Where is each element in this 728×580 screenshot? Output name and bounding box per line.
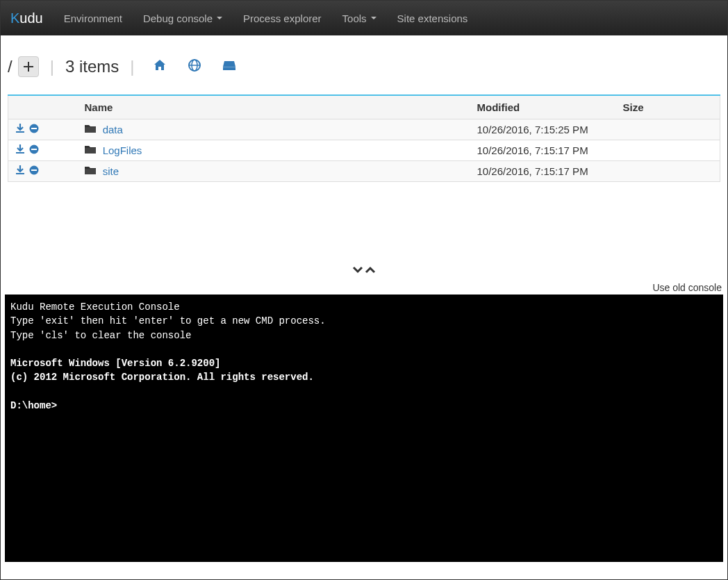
console-line: Kudu Remote Execution Console [10, 301, 180, 313]
table-row: LogFiles 10/26/2016, 7:15:17 PM [8, 140, 720, 161]
chevron-up-icon [365, 265, 376, 276]
breadcrumb: / | 3 items | [8, 56, 720, 77]
size-cell [616, 119, 720, 140]
nav-environment[interactable]: Environment [53, 2, 133, 35]
table-row: data 10/26/2016, 7:15:25 PM [8, 119, 720, 140]
table-row: site 10/26/2016, 7:15:17 PM [8, 161, 720, 182]
nav-site-extensions[interactable]: Site extensions [387, 2, 479, 35]
nav-label: Site extensions [397, 13, 468, 24]
folder-icon [85, 144, 99, 156]
home-icon[interactable] [153, 58, 167, 76]
modified-cell: 10/26/2016, 7:15:25 PM [470, 119, 616, 140]
nav-label: Environment [64, 13, 122, 24]
breadcrumb-root[interactable]: / [8, 57, 13, 76]
resize-handle[interactable] [1, 265, 727, 276]
disk-icon[interactable] [222, 59, 236, 75]
console-line: Microsoft Windows [Version 6.2.9200] [10, 358, 220, 369]
col-name-header[interactable]: Name [78, 95, 470, 119]
use-old-console-link[interactable]: Use old console [1, 282, 727, 293]
chevron-down-icon [217, 17, 222, 19]
chevron-down-icon [371, 17, 377, 19]
toolbar-icons [153, 58, 236, 76]
nav-tools[interactable]: Tools [332, 2, 387, 35]
plus-icon [24, 62, 33, 72]
globe-icon[interactable] [188, 58, 201, 76]
modified-cell: 10/26/2016, 7:15:17 PM [470, 140, 616, 161]
navbar: Kudu Environment Debug console Process e… [1, 1, 727, 35]
download-icon[interactable] [15, 124, 25, 135]
delete-icon[interactable] [29, 124, 39, 135]
brand-logo[interactable]: Kudu [6, 10, 53, 26]
chevron-down-icon [352, 265, 363, 276]
folder-icon [85, 165, 99, 177]
separator: | [130, 57, 134, 76]
folder-icon [85, 124, 99, 135]
download-icon[interactable] [15, 165, 25, 177]
col-size-header[interactable]: Size [616, 95, 720, 119]
modified-cell: 10/26/2016, 7:15:17 PM [470, 161, 616, 182]
delete-icon[interactable] [29, 165, 39, 177]
file-table: Name Modified Size [8, 94, 720, 182]
add-button[interactable] [18, 56, 39, 77]
nav-label: Process explorer [243, 13, 322, 24]
svg-rect-9 [31, 169, 37, 171]
col-modified-header[interactable]: Modified [470, 95, 616, 119]
folder-link[interactable]: site [103, 165, 119, 177]
separator: | [50, 57, 54, 76]
folder-link[interactable]: LogFiles [103, 144, 142, 156]
console-line: Type 'exit' then hit 'enter' to get a ne… [10, 315, 326, 326]
item-count: 3 items [65, 57, 119, 76]
console-prompt: D:\home> [10, 400, 57, 411]
svg-rect-3 [223, 67, 235, 67]
console-line: (c) 2012 Microsoft Corporation. All righ… [10, 372, 314, 383]
svg-rect-7 [31, 149, 37, 150]
col-actions [8, 95, 78, 119]
delete-icon[interactable] [29, 144, 39, 156]
file-explorer: / | 3 items | Name Modified Size [1, 35, 727, 182]
nav-label: Tools [342, 13, 367, 24]
console-line: Type 'cls' to clear the console [10, 330, 191, 341]
svg-rect-5 [31, 128, 37, 129]
size-cell [616, 161, 720, 182]
console[interactable]: Kudu Remote Execution Console Type 'exit… [5, 295, 723, 562]
nav-debug-console[interactable]: Debug console [133, 2, 233, 35]
nav-label: Debug console [143, 13, 213, 24]
download-icon[interactable] [15, 144, 25, 156]
folder-link[interactable]: data [103, 124, 123, 135]
nav-process-explorer[interactable]: Process explorer [233, 2, 332, 35]
size-cell [616, 140, 720, 161]
